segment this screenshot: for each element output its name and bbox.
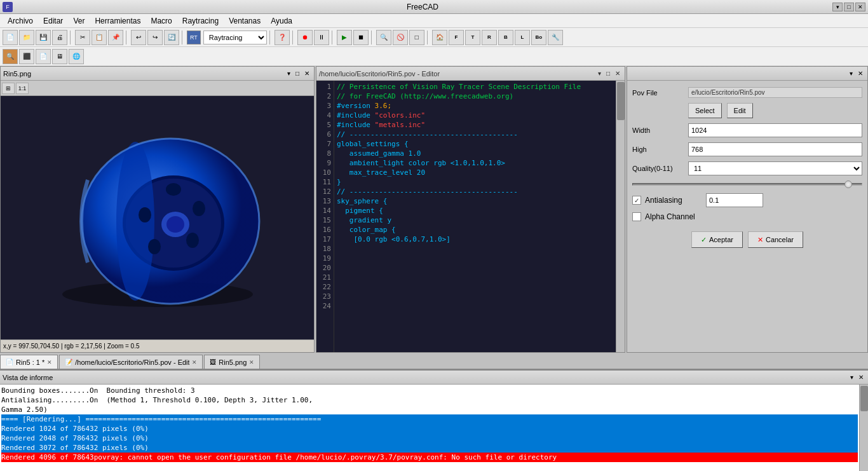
home-view-button[interactable]: 🏠: [432, 30, 447, 45]
width-input[interactable]: [688, 123, 862, 137]
front-view-button[interactable]: F: [449, 30, 464, 45]
redo-button[interactable]: ↪: [147, 30, 163, 45]
svg-point-5: [166, 216, 184, 233]
settings-body: Pov File e/lucio/Escritorio/Rin5.pov Sel…: [632, 87, 862, 248]
log-line: Rendered 3072 of 786432 pixels (0%): [1, 443, 858, 453]
high-input[interactable]: [688, 142, 862, 156]
wrench-button[interactable]: 🔧: [548, 30, 563, 45]
image-panel-title: Rin5.png: [3, 70, 31, 78]
img-zoom-1x[interactable]: 1:1: [16, 83, 29, 94]
cut-button[interactable]: ✂: [75, 30, 90, 45]
pov-file-path: e/lucio/Escritorio/Rin5.pov: [688, 87, 862, 98]
img-zoom-fit[interactable]: ⊞: [2, 83, 15, 94]
sep3: [182, 31, 184, 44]
maximize-button[interactable]: □: [844, 3, 854, 11]
tab-icon-0: 📄: [6, 358, 13, 365]
menu-ayuda[interactable]: Ayuda: [266, 15, 297, 27]
app-title: FreeCAD: [13, 3, 832, 11]
slider-container: [632, 181, 862, 188]
open-button[interactable]: 📁: [19, 30, 34, 45]
image-panel-titlebar: Rin5.png ▾ □ ✕: [1, 67, 314, 81]
left-view-button[interactable]: L: [515, 30, 530, 45]
settings-close[interactable]: ✕: [856, 70, 865, 77]
quality-slider[interactable]: [632, 183, 862, 186]
top-view-button[interactable]: T: [465, 30, 480, 45]
print-button[interactable]: 🖨: [52, 30, 67, 45]
paste-button[interactable]: 📌: [108, 30, 123, 45]
select-button[interactable]: Select: [688, 103, 722, 118]
log-minimize[interactable]: ▾: [848, 374, 855, 381]
menu-raytracing[interactable]: Raytracing: [177, 15, 224, 27]
log-close[interactable]: ✕: [857, 374, 865, 381]
snap-button[interactable]: 🔍: [3, 49, 18, 64]
play-button[interactable]: ▶: [337, 30, 352, 45]
image-panel-minimize[interactable]: ▾: [285, 70, 292, 77]
image-panel-close[interactable]: ✕: [302, 70, 311, 77]
editor-panel-restore[interactable]: □: [604, 70, 612, 77]
log-line: ==== [Rendering...] ====================…: [1, 414, 858, 424]
right-view-button[interactable]: R: [482, 30, 497, 45]
antialasing-checkbox[interactable]: ✓: [632, 196, 641, 205]
stop-button[interactable]: ⏹: [353, 30, 369, 45]
alpha-row: Alpha Channel: [632, 212, 862, 221]
editor-panel-close[interactable]: ✕: [613, 70, 622, 77]
slider-thumb[interactable]: [844, 181, 852, 188]
zoom-button[interactable]: 🔍: [376, 30, 391, 45]
app-icon: F: [3, 2, 13, 12]
pov-file-label: Pov File: [632, 89, 683, 97]
antialasing-input[interactable]: [706, 193, 763, 207]
alpha-checkbox[interactable]: [632, 212, 641, 221]
bottom-view-button[interactable]: Bo: [531, 30, 546, 45]
display-button[interactable]: 🖥: [52, 49, 67, 64]
tab-2[interactable]: 🖼 Rin5.png ✕: [204, 355, 260, 369]
svg-point-8: [193, 201, 205, 216]
accept-button[interactable]: ✓ Aceptar: [691, 231, 743, 248]
log-scrollbar[interactable]: [859, 385, 868, 471]
copy-button[interactable]: 📋: [92, 30, 107, 45]
editor-panel-minimize[interactable]: ▾: [596, 70, 603, 77]
menu-macro[interactable]: Macro: [146, 15, 177, 27]
pov-file-row: Pov File e/lucio/Escritorio/Rin5.pov: [632, 87, 862, 98]
box-button[interactable]: □: [409, 30, 424, 45]
layer-button[interactable]: ⬛: [19, 49, 34, 64]
minimize-button[interactable]: ▾: [832, 3, 843, 11]
doc-button[interactable]: 📄: [36, 49, 51, 64]
pause-button[interactable]: ⏸: [314, 30, 329, 45]
help-button[interactable]: ❓: [275, 30, 290, 45]
module-dropdown[interactable]: Raytracing: [203, 31, 267, 44]
new-button[interactable]: 📄: [3, 30, 18, 45]
settings-controls: ▾ ✕: [848, 70, 865, 77]
menu-herramientas[interactable]: Herramientas: [90, 15, 146, 27]
select-edit-row: Select Edit: [632, 103, 862, 118]
back-view-button[interactable]: B: [498, 30, 513, 45]
toolbar-main: 📄 📁 💾 🖨 ✂ 📋 📌 ↩ ↪ 🔄 RT Raytracing ❓ ⏺ ⏸ …: [0, 28, 868, 47]
code-area[interactable]: // Persistence of Vision Ray Tracer Scen…: [334, 81, 616, 352]
refresh-button[interactable]: 🔄: [164, 30, 179, 45]
tab-close-0[interactable]: ✕: [47, 359, 52, 365]
tab-1[interactable]: 📝 /home/lucio/Escritorio/Rin5.pov - Edit…: [59, 355, 203, 369]
menu-ventanas[interactable]: Ventanas: [224, 15, 266, 27]
quality-select[interactable]: 11: [688, 161, 862, 175]
tab-close-1[interactable]: ✕: [192, 359, 197, 365]
tab-0[interactable]: 📄 Rin5 : 1 * ✕: [0, 355, 58, 369]
cancel-button[interactable]: ✕ Cancelar: [748, 231, 803, 248]
svg-point-6: [116, 142, 154, 301]
alpha-label: Alpha Channel: [645, 212, 695, 221]
log-titlebar: Vista de informe ▾ ✕: [0, 371, 868, 385]
edit-button[interactable]: Edit: [727, 103, 753, 118]
editor-scrollbar[interactable]: [616, 81, 625, 352]
undo-button[interactable]: ↩: [131, 30, 146, 45]
menu-editar[interactable]: Editar: [38, 15, 68, 27]
save-button[interactable]: 💾: [36, 30, 51, 45]
log-line: Bounding boxes.......On Bounding thresho…: [1, 386, 858, 395]
menu-ver[interactable]: Ver: [68, 15, 90, 27]
settings-titlebar: ▾ ✕: [627, 67, 867, 81]
settings-minimize[interactable]: ▾: [848, 70, 855, 77]
web-button[interactable]: 🌐: [69, 49, 84, 64]
image-panel-restore[interactable]: □: [294, 70, 301, 77]
tab-close-2[interactable]: ✕: [249, 359, 254, 365]
menu-archivo[interactable]: Archivo: [3, 15, 38, 27]
close-button[interactable]: ✕: [855, 3, 865, 11]
record-button[interactable]: ⏺: [297, 30, 313, 45]
no-button[interactable]: 🚫: [393, 30, 408, 45]
